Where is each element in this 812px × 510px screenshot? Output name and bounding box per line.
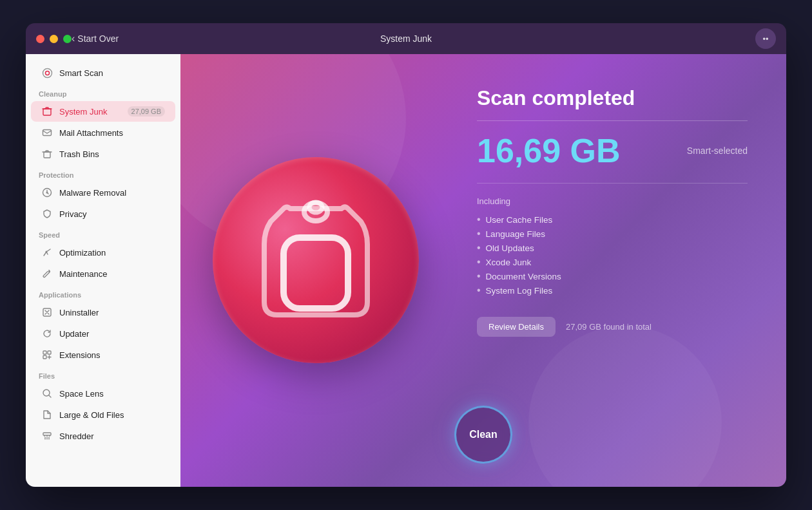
back-chevron-icon: ‹	[72, 33, 75, 44]
main-content: Smart Scan Cleanup System Junk 27,09 GB	[26, 54, 786, 487]
list-item: Xcode Junk	[477, 255, 748, 269]
section-files: Files	[26, 366, 180, 382]
back-button-label: Start Over	[77, 33, 119, 44]
malware-removal-label: Malware Removal	[59, 188, 165, 198]
app-icon-circle	[213, 157, 419, 363]
total-found-label: 27,09 GB found in total	[566, 322, 652, 332]
section-applications: Applications	[26, 285, 180, 301]
app-icon-wrapper	[213, 157, 419, 363]
privacy-label: Privacy	[59, 209, 165, 219]
clean-btn-wrapper: Clean	[454, 406, 512, 464]
review-details-button[interactable]: Review Details	[477, 317, 556, 337]
size-value: 16,69 GB	[477, 134, 621, 167]
uninstaller-label: Uninstaller	[59, 308, 165, 317]
sidebar-item-large-old-files[interactable]: Large & Old Files	[31, 404, 175, 425]
content-area: Scan completed 16,69 GB Smart-selected I…	[180, 54, 786, 487]
traffic-lights	[36, 35, 72, 43]
space-lens-icon	[41, 388, 53, 399]
right-panel: Scan completed 16,69 GB Smart-selected I…	[477, 86, 748, 350]
sidebar-item-malware-removal[interactable]: Malware Removal	[31, 182, 175, 203]
titlebar: ‹ Start Over System Junk ••	[26, 23, 786, 54]
svg-rect-12	[43, 355, 46, 359]
trash-bins-icon	[41, 148, 53, 160]
divider-1	[477, 120, 748, 121]
svg-point-0	[43, 68, 52, 77]
smart-scan-icon	[41, 67, 53, 79]
svg-point-1	[45, 71, 49, 75]
extensions-icon	[41, 349, 53, 361]
sidebar-item-maintenance[interactable]: Maintenance	[31, 263, 175, 284]
svg-rect-17	[284, 238, 348, 308]
items-list: User Cache Files Language Files Old Upda…	[477, 212, 748, 298]
bg-decoration-2	[528, 326, 722, 487]
sidebar-item-trash-bins[interactable]: Trash Bins	[31, 144, 175, 164]
bottom-row: Review Details 27,09 GB found in total	[477, 317, 748, 337]
malware-removal-icon	[41, 187, 53, 198]
system-junk-label: System Junk	[59, 107, 121, 117]
sidebar-item-system-junk[interactable]: System Junk 27,09 GB	[31, 101, 175, 122]
privacy-icon	[41, 208, 53, 220]
maintenance-label: Maintenance	[59, 269, 165, 279]
updater-label: Updater	[59, 329, 165, 339]
svg-point-6	[46, 192, 48, 194]
including-label: Including	[477, 196, 748, 206]
maintenance-icon	[41, 268, 53, 279]
divider-2	[477, 183, 748, 184]
sidebar-item-extensions[interactable]: Extensions	[31, 345, 175, 365]
back-button[interactable]: ‹ Start Over	[72, 33, 119, 44]
app-window: ‹ Start Over System Junk •• Smart Scan	[26, 23, 786, 487]
section-speed: Speed	[26, 225, 180, 241]
large-old-files-icon	[41, 409, 53, 420]
titlebar-right: ••	[755, 28, 776, 49]
list-item: Document Versions	[477, 269, 748, 283]
sidebar: Smart Scan Cleanup System Junk 27,09 GB	[26, 54, 180, 487]
app-icon	[213, 157, 419, 363]
close-button[interactable]	[36, 35, 44, 43]
svg-rect-2	[43, 109, 51, 115]
sidebar-item-optimization[interactable]: Optimization	[31, 242, 175, 263]
svg-point-8	[48, 270, 50, 272]
section-protection: Protection	[26, 165, 180, 182]
list-item: User Cache Files	[477, 212, 748, 227]
info-button[interactable]: ••	[755, 28, 776, 49]
svg-rect-3	[43, 130, 52, 136]
shredder-label: Shredder	[59, 431, 165, 441]
svg-rect-10	[43, 351, 46, 354]
optimization-label: Optimization	[59, 248, 165, 258]
extensions-label: Extensions	[59, 350, 165, 360]
optimization-icon	[41, 247, 53, 258]
large-old-files-label: Large & Old Files	[59, 410, 165, 420]
titlebar-center: System Junk	[380, 33, 432, 44]
scan-completed-title: Scan completed	[477, 86, 748, 110]
svg-rect-4	[44, 152, 50, 158]
uninstaller-icon	[41, 307, 53, 318]
system-junk-icon	[41, 106, 53, 117]
sidebar-item-space-lens[interactable]: Space Lens	[31, 383, 175, 404]
system-junk-badge: 27,09 GB	[128, 106, 165, 117]
sidebar-item-uninstaller[interactable]: Uninstaller	[31, 302, 175, 323]
trash-bins-label: Trash Bins	[59, 149, 165, 159]
smart-selected-label: Smart-selected	[687, 146, 748, 156]
updater-icon	[41, 328, 53, 339]
maximize-button[interactable]	[63, 35, 72, 43]
size-row: 16,69 GB Smart-selected	[477, 134, 748, 167]
app-logo-svg	[251, 189, 380, 331]
list-item: Language Files	[477, 227, 748, 241]
minimize-button[interactable]	[50, 35, 58, 43]
shredder-icon	[41, 430, 53, 442]
list-item: System Log Files	[477, 283, 748, 298]
titlebar-title: System Junk	[380, 33, 432, 44]
space-lens-label: Space Lens	[59, 389, 165, 399]
list-item: Old Updates	[477, 241, 748, 255]
sidebar-item-shredder[interactable]: Shredder	[31, 426, 175, 446]
section-cleanup: Cleanup	[26, 84, 180, 100]
sidebar-item-updater[interactable]: Updater	[31, 323, 175, 344]
clean-button[interactable]: Clean	[454, 406, 512, 464]
mail-attachments-label: Mail Attachments	[59, 128, 165, 138]
mail-attachments-icon	[41, 127, 53, 138]
sidebar-item-privacy[interactable]: Privacy	[31, 203, 175, 224]
smart-scan-label: Smart Scan	[59, 68, 165, 78]
sidebar-item-smart-scan[interactable]: Smart Scan	[31, 62, 175, 83]
svg-point-7	[46, 251, 48, 253]
sidebar-item-mail-attachments[interactable]: Mail Attachments	[31, 122, 175, 143]
